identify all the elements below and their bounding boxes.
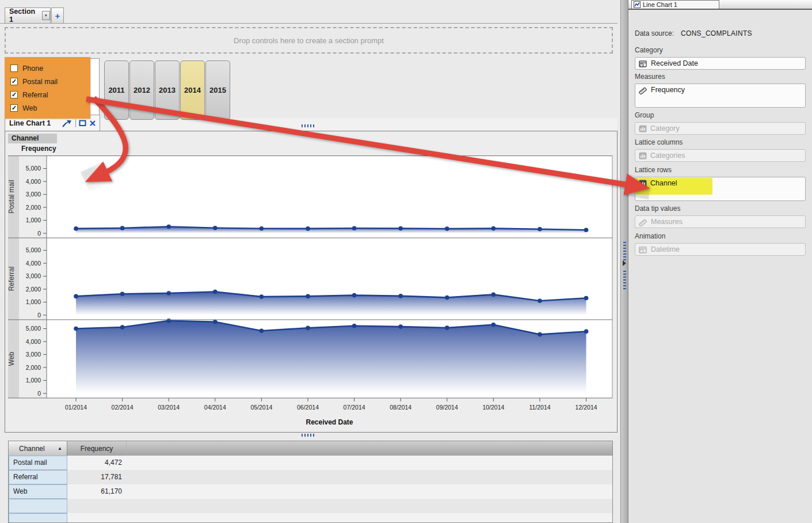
data-point[interactable] xyxy=(213,320,218,324)
close-icon[interactable] xyxy=(89,120,96,127)
data-point[interactable] xyxy=(445,295,449,300)
y-tick-label: 4,000 xyxy=(26,260,41,267)
field-value: Category xyxy=(650,124,680,132)
data-point[interactable] xyxy=(584,296,589,301)
frequency-cell: 4,472 xyxy=(67,456,122,469)
channel-filter-option[interactable]: ✓Postal mail xyxy=(10,75,88,88)
channel-filter-option[interactable]: ✓Referral xyxy=(10,88,88,101)
table-header-row: Channel▲Frequency xyxy=(9,441,612,456)
section-tab-label: Section 1 xyxy=(9,7,40,24)
field-lattice-rows[interactable]: Channel xyxy=(635,177,806,201)
table-row[interactable]: Referral17,781 xyxy=(9,470,612,484)
data-point[interactable] xyxy=(491,293,496,297)
splitter-drag-handle[interactable] xyxy=(623,270,626,289)
x-tick-label: 06/2014 xyxy=(297,404,319,411)
table-row[interactable] xyxy=(9,499,612,513)
section-dropdown-button[interactable]: ▼ xyxy=(42,11,50,20)
year-button-2012[interactable]: 2012 xyxy=(129,60,154,120)
data-point[interactable] xyxy=(537,299,542,304)
area-fill xyxy=(76,321,586,393)
panel-splitter[interactable] xyxy=(620,0,628,523)
data-point[interactable] xyxy=(166,319,171,323)
checkbox-icon[interactable]: ✓ xyxy=(10,104,18,112)
data-point[interactable] xyxy=(306,294,310,299)
y-tick-label: 3,000 xyxy=(26,351,41,358)
channel-cell xyxy=(9,499,67,513)
data-point[interactable] xyxy=(213,290,218,294)
maximize-icon[interactable] xyxy=(79,119,86,127)
table-row[interactable]: Postal mail4,472 xyxy=(9,456,612,470)
data-point[interactable] xyxy=(352,324,357,328)
data-point[interactable] xyxy=(120,292,125,297)
column-header-label: Frequency xyxy=(81,445,113,453)
year-button-2015[interactable]: 2015 xyxy=(205,60,230,120)
lattice-row-label: Postal mail xyxy=(8,180,16,214)
year-button-2013[interactable]: 2013 xyxy=(155,60,180,120)
data-point[interactable] xyxy=(260,294,264,299)
data-point[interactable] xyxy=(491,323,496,327)
summary-table: Channel▲FrequencyPostal mail4,472Referra… xyxy=(8,441,613,523)
properties-tab-line-chart[interactable]: Line Chart 1 xyxy=(631,0,719,9)
splitter-drag-handle[interactable] xyxy=(623,241,626,260)
data-point[interactable] xyxy=(445,226,449,231)
checkbox-label: Postal mail xyxy=(22,78,58,86)
table-row[interactable]: Web61,170 xyxy=(9,484,612,499)
toolbar-separator xyxy=(75,119,76,127)
data-point[interactable] xyxy=(260,226,264,231)
y-tick-label: 1,000 xyxy=(26,298,41,305)
data-point[interactable] xyxy=(120,226,125,230)
column-header-channel[interactable]: Channel▲ xyxy=(9,441,67,456)
data-point[interactable] xyxy=(120,325,125,329)
data-point[interactable] xyxy=(398,294,403,298)
data-point[interactable] xyxy=(306,326,310,331)
data-point[interactable] xyxy=(352,226,357,230)
x-axis-title: Received Date xyxy=(306,418,353,426)
field-data-tip-values[interactable]: Measures xyxy=(635,215,806,228)
data-point[interactable] xyxy=(74,294,78,299)
checkbox-label: Phone xyxy=(22,65,43,73)
data-point[interactable] xyxy=(166,225,171,229)
channel-filter-option[interactable]: ✓Web xyxy=(10,101,88,115)
data-point[interactable] xyxy=(74,327,78,331)
y-tick-label: 3,000 xyxy=(26,272,41,279)
field-animation[interactable]: Datetime xyxy=(635,243,806,256)
data-point[interactable] xyxy=(445,325,449,330)
column-header-frequency[interactable]: Frequency xyxy=(67,441,127,456)
horizontal-splitter-handle[interactable] xyxy=(302,434,315,437)
lattice-corner-tab[interactable]: Channel xyxy=(8,134,57,143)
data-point[interactable] xyxy=(213,226,218,230)
frequency-cell: 61,170 xyxy=(67,484,122,498)
data-point[interactable] xyxy=(352,293,357,298)
field-value: Categories xyxy=(650,151,685,160)
checkbox-icon[interactable]: ✓ xyxy=(10,78,18,85)
section-prompt-dropzone[interactable]: Drop controls here to create a section p… xyxy=(5,27,613,54)
table-row[interactable] xyxy=(9,513,612,523)
data-point[interactable] xyxy=(166,291,171,295)
data-point[interactable] xyxy=(491,226,496,231)
year-button-2014-selected[interactable]: 2014 xyxy=(180,60,205,120)
checkbox-icon[interactable]: ✓ xyxy=(10,91,18,98)
splitter-collapse-arrow-icon[interactable] xyxy=(623,260,626,266)
add-section-button[interactable]: + xyxy=(51,7,64,23)
field-lattice-columns[interactable]: Categories xyxy=(635,149,806,162)
data-point[interactable] xyxy=(584,228,589,233)
channel-filter-option[interactable]: Phone xyxy=(10,62,88,75)
data-point[interactable] xyxy=(260,329,264,333)
tab-section-1[interactable]: Section 1 ▼ xyxy=(5,7,51,23)
year-button-2011[interactable]: 2011 xyxy=(104,60,129,120)
checkbox-icon[interactable] xyxy=(10,65,18,72)
data-point[interactable] xyxy=(74,226,78,231)
field-measures[interactable]: Frequency xyxy=(635,84,806,108)
data-point[interactable] xyxy=(537,227,542,232)
data-point[interactable] xyxy=(537,332,542,337)
field-group[interactable]: Category xyxy=(635,122,806,135)
lattice-line-chart[interactable]: 01,0002,0003,0004,0005,000Postal mail01,… xyxy=(8,156,614,430)
horizontal-splitter-handle[interactable] xyxy=(302,124,315,127)
data-point[interactable] xyxy=(398,226,403,231)
data-point[interactable] xyxy=(398,324,403,329)
data-point[interactable] xyxy=(306,226,310,231)
pivot-arrow-icon[interactable] xyxy=(61,119,73,128)
datetime-icon xyxy=(639,246,647,254)
field-category[interactable]: Received Date xyxy=(635,57,806,70)
data-point[interactable] xyxy=(584,329,589,334)
